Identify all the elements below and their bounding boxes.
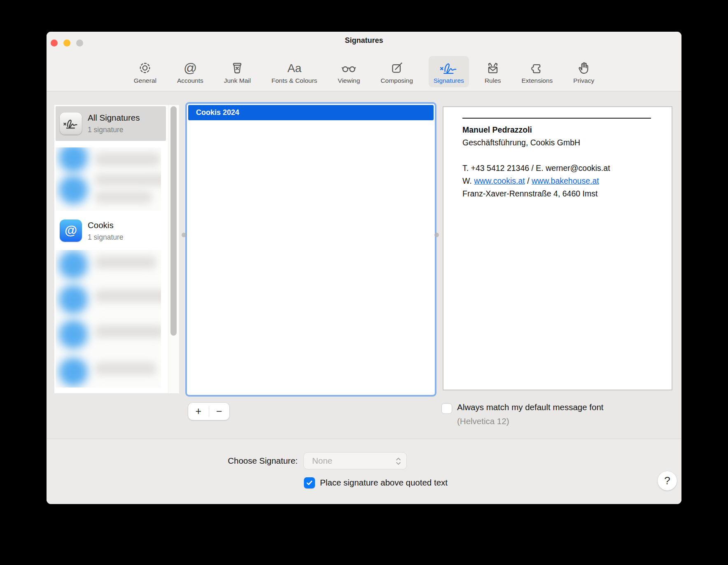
signature-list-panel: Cookis 2024: [185, 102, 436, 397]
tab-signatures-selected[interactable]: Signatures: [429, 56, 469, 87]
sidebar-item-cookis[interactable]: @ Cookis 1 signature: [56, 215, 166, 247]
signature-address: Franz-Xaver-Rennstraße 4, 6460 Imst: [462, 187, 665, 200]
toolbar-tabs: General @ Accounts Junk: [47, 56, 681, 87]
signature-list-controls: + −: [188, 403, 229, 420]
add-signature-button[interactable]: +: [188, 403, 209, 420]
signature-badge-icon: [60, 112, 82, 135]
signature-divider-line: [462, 118, 651, 119]
signatures-content: All Signatures 1 signature @ Cookis 1 si…: [47, 91, 681, 439]
redacted-text: [95, 362, 156, 375]
remove-signature-button[interactable]: −: [209, 403, 229, 420]
place-signature-label: Place signature above quoted text: [320, 478, 448, 488]
tab-extensions[interactable]: Extensions: [517, 56, 558, 87]
signature-icon: [439, 59, 459, 75]
at-badge-icon: @: [60, 219, 82, 242]
redacted-account-icon: [59, 285, 88, 314]
match-font-checkbox-unchecked[interactable]: [441, 403, 452, 414]
web-separator: /: [525, 176, 532, 185]
tab-composing[interactable]: Composing: [376, 56, 418, 87]
signature-list-item-selected[interactable]: Cookis 2024: [188, 105, 434, 120]
signature-web-line: W. www.cookis.at / www.bakehouse.at: [462, 175, 665, 187]
tab-label: Viewing: [338, 77, 360, 84]
place-signature-checkbox-checked[interactable]: [304, 477, 315, 488]
redacted-text: [95, 152, 161, 166]
window-title: Signatures: [47, 36, 681, 45]
tab-label: General: [134, 77, 156, 84]
sidebar-item-subtitle: 1 signature: [88, 126, 124, 134]
tab-label: Privacy: [573, 77, 594, 84]
account-sidebar: All Signatures 1 signature @ Cookis 1 si…: [54, 105, 179, 393]
svg-text:Aa: Aa: [287, 62, 302, 75]
redacted-account-icon: [59, 320, 88, 349]
junk-bin-icon: [230, 59, 245, 75]
tab-rules[interactable]: Rules: [480, 56, 506, 87]
redacted-account-icon: [59, 147, 88, 172]
signature-body: Manuel Pedrazzoli Geschäftsführung, Cook…: [462, 124, 665, 200]
tab-label: Signatures: [434, 77, 464, 84]
match-font-label: Always match my default message font: [457, 402, 604, 412]
tab-label: Junk Mail: [224, 77, 251, 84]
fonts-icon: Aa: [285, 59, 303, 75]
glasses-icon: [341, 59, 357, 75]
redacted-text: [95, 256, 156, 269]
tab-fonts-colours[interactable]: Aa Fonts & Colours: [266, 56, 322, 87]
sidebar-item-title: All Signatures: [88, 113, 140, 123]
tab-accounts[interactable]: @ Accounts: [172, 56, 208, 87]
signature-name: Manuel Pedrazzoli: [462, 124, 665, 136]
sidebar-scrollbar-track[interactable]: [168, 105, 179, 393]
redacted-text: [95, 174, 161, 186]
signature-blank-line: [462, 149, 665, 162]
chevron-up-down-icon: [396, 457, 401, 467]
redacted-account-rows[interactable]: [56, 250, 161, 388]
help-button[interactable]: ?: [658, 471, 677, 490]
tab-label: Fonts & Colours: [271, 77, 317, 84]
sidebar-item-title: Cookis: [88, 220, 114, 230]
link-cookis[interactable]: www.cookis.at: [474, 176, 525, 185]
choose-signature-dropdown-disabled[interactable]: None: [303, 452, 407, 469]
svg-text:@: @: [184, 61, 197, 75]
tab-label: Extensions: [522, 77, 553, 84]
tab-viewing[interactable]: Viewing: [333, 56, 365, 87]
signatures-preferences-window: Signatures General @ Accounts: [47, 32, 681, 504]
signature-editor[interactable]: Manuel Pedrazzoli Geschäftsführung, Cook…: [443, 106, 672, 390]
tab-general[interactable]: General: [129, 56, 161, 87]
checkmark-icon: [306, 479, 313, 487]
at-icon: @: [183, 59, 198, 75]
sidebar-item-subtitle: 1 signature: [88, 233, 124, 242]
splitter-handle-right[interactable]: [434, 233, 439, 237]
choose-signature-label: Choose Signature:: [154, 456, 298, 466]
redacted-account-icon: [59, 250, 88, 279]
redacted-text: [95, 325, 161, 338]
hand-icon: [576, 59, 591, 75]
compose-icon: [390, 59, 404, 75]
tab-junk-mail[interactable]: Junk Mail: [219, 56, 256, 87]
redacted-account-icon: [59, 175, 88, 204]
match-font-detail: (Helvetica 12): [457, 416, 509, 426]
signature-phone-email: T. +43 5412 21346 / E. werner@cookis.at: [462, 162, 665, 175]
link-bakehouse[interactable]: www.bakehouse.at: [532, 176, 599, 185]
tab-label: Rules: [485, 77, 501, 84]
redacted-account-rows[interactable]: [56, 147, 161, 211]
tab-privacy[interactable]: Privacy: [568, 56, 599, 87]
redacted-text: [95, 191, 152, 203]
rules-envelope-icon: [485, 59, 500, 75]
signature-options-bar: Choose Signature: None Place signature a…: [47, 439, 681, 504]
signature-role: Geschäftsführung, Cookis GmbH: [462, 136, 665, 149]
web-prefix: W.: [462, 176, 474, 185]
tab-label: Composing: [380, 77, 413, 84]
dropdown-value: None: [312, 456, 332, 466]
sidebar-item-all-signatures[interactable]: All Signatures 1 signature: [56, 106, 166, 141]
gear-icon: [138, 59, 152, 75]
sidebar-scrollbar-thumb[interactable]: [170, 106, 177, 336]
redacted-text: [95, 290, 161, 303]
tab-label: Accounts: [177, 77, 203, 84]
puzzle-icon: [530, 59, 544, 75]
preferences-toolbar: Signatures General @ Accounts: [47, 32, 681, 91]
redacted-account-icon: [59, 357, 88, 386]
splitter-handle-left[interactable]: [182, 233, 186, 237]
